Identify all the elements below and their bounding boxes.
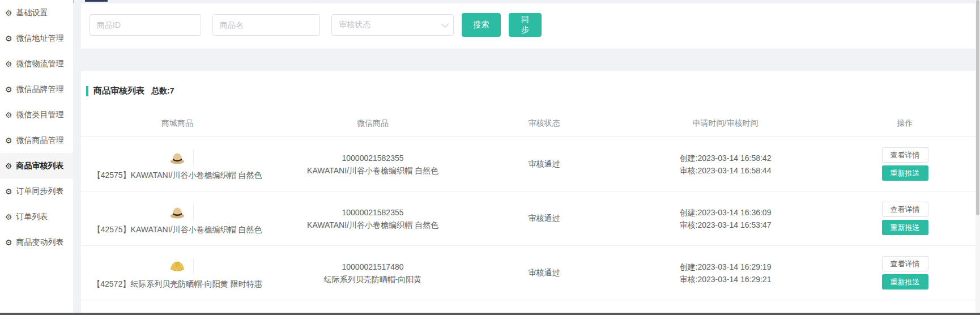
beige-hat-icon xyxy=(168,150,186,165)
scrollbar-thumb[interactable] xyxy=(976,0,979,215)
col-header-actions: 操作 xyxy=(834,110,975,137)
sidebar-item-label: 微信类目管理 xyxy=(16,110,64,120)
sidebar-item[interactable]: ⚙微信品牌管理 xyxy=(0,76,73,102)
wechat-product-name: 纭际系列贝壳防晒帽-向阳黄 xyxy=(324,273,422,286)
repush-button[interactable]: 重新推送 xyxy=(882,165,928,181)
sidebar-item[interactable]: ⚙商品审核列表 xyxy=(0,153,73,178)
table-row: 【42572】纭际系列贝壳防晒帽-向阳黄 限时特惠 10000021517480… xyxy=(81,246,975,300)
view-detail-button[interactable]: 查看详情 xyxy=(882,202,928,217)
mall-product-name: 【42575】KAWATANI/川谷小卷檐编织帽 自然色 xyxy=(93,225,262,235)
screen-bottom-edge xyxy=(0,313,980,315)
panel-title: 商品审核列表 总数:7 xyxy=(86,86,174,96)
audit-status-value: 审核通过 xyxy=(529,268,560,278)
sidebar-item[interactable]: ⚙微信商品管理 xyxy=(0,127,73,153)
audit-status-value: 审核通过 xyxy=(529,214,560,224)
sidebar-item-label: 基础设置 xyxy=(16,8,48,18)
audit-status-value: 审核通过 xyxy=(529,159,560,169)
created-time: 创建:2023-03-14 16:58:42 xyxy=(680,152,772,164)
gear-icon: ⚙ xyxy=(5,35,12,42)
wechat-product-name: KAWATANI/川谷小卷檐编织帽 自然色 xyxy=(307,164,438,177)
gear-icon: ⚙ xyxy=(5,60,12,68)
table-row: 【42575】KAWATANI/川谷小卷檐编织帽 自然色 10000021582… xyxy=(81,137,975,191)
sidebar-item[interactable]: ⚙基础设置 xyxy=(0,0,73,25)
sidebar-item-label: 订单同步列表 xyxy=(16,186,64,197)
gear-icon: ⚙ xyxy=(5,86,12,93)
sidebar-item-label: 微信地址管理 xyxy=(16,33,64,44)
gear-icon: ⚙ xyxy=(5,239,12,246)
sidebar-item-label: 订单列表 xyxy=(16,212,48,222)
gear-icon: ⚙ xyxy=(5,111,12,119)
product-name-input[interactable] xyxy=(212,14,320,36)
vertical-scrollbar[interactable] xyxy=(975,0,980,315)
created-time: 创建:2023-03-14 16:36:09 xyxy=(680,206,772,219)
product-image xyxy=(168,148,186,167)
table-row: 【42575】KAWATANI/川谷小卷檐编织帽 自然色 10000021582… xyxy=(81,191,975,246)
col-header-wechat-product: 微信商品 xyxy=(274,110,472,137)
sidebar-item[interactable]: ⚙微信类目管理 xyxy=(0,102,73,127)
repush-button[interactable]: 重新推送 xyxy=(882,274,928,290)
sidebar-item[interactable]: ⚙微信物流管理 xyxy=(0,51,73,76)
product-image xyxy=(168,257,186,276)
gear-icon: ⚙ xyxy=(5,188,12,195)
view-detail-button[interactable]: 查看详情 xyxy=(882,256,928,271)
sidebar-item-label: 微信商品管理 xyxy=(16,135,64,146)
sync-button[interactable]: 同步 xyxy=(509,13,542,37)
table-header: 商城商品 微信商品 审核状态 申请时间/审核时间 操作 xyxy=(81,110,975,137)
mall-product-name: 【42572】纭际系列贝壳防晒帽-向阳黄 限时特惠 xyxy=(92,279,262,290)
gear-icon: ⚙ xyxy=(5,162,12,170)
product-id-input[interactable] xyxy=(90,14,201,36)
title-accent-bar xyxy=(86,86,88,96)
sidebar: ⚙基础设置⚙微信地址管理⚙微信物流管理⚙微信品牌管理⚙微信类目管理⚙微信商品管理… xyxy=(0,0,74,315)
audited-time: 审核:2023-03-14 16:58:44 xyxy=(680,164,772,177)
yellow-hat-icon xyxy=(168,258,186,274)
col-header-audit-status: 审核状态 xyxy=(472,110,616,137)
sidebar-item[interactable]: ⚙订单列表 xyxy=(0,204,73,229)
sidebar-item-label: 商品变动列表 xyxy=(16,237,64,248)
sidebar-item[interactable]: ⚙订单同步列表 xyxy=(0,178,73,204)
time-block: 创建:2023-03-14 16:58:42 审核:2023-03-14 16:… xyxy=(680,152,772,177)
audited-time: 审核:2023-03-14 16:53:47 xyxy=(680,219,772,231)
time-block: 创建:2023-03-14 16:36:09 审核:2023-03-14 16:… xyxy=(680,206,772,231)
audit-status-select[interactable]: 审核状态 xyxy=(331,14,454,36)
image-divider xyxy=(193,258,194,275)
wechat-product-id: 10000021517480 xyxy=(342,261,403,273)
image-divider xyxy=(193,203,194,220)
app-screen: ⚙基础设置⚙微信地址管理⚙微信物流管理⚙微信品牌管理⚙微信类目管理⚙微信商品管理… xyxy=(0,0,980,315)
gear-icon: ⚙ xyxy=(5,9,12,17)
audit-status-placeholder: 审核状态 xyxy=(339,20,370,30)
audit-list-panel: 商品审核列表 总数:7 商城商品 微信商品 审核状态 申请时间/审核时间 操作 xyxy=(81,71,975,315)
sidebar-item-label: 微信品牌管理 xyxy=(16,84,64,95)
wechat-product-name: KAWATANI/川谷小卷檐编织帽 自然色 xyxy=(307,219,438,231)
beige-hat-icon xyxy=(168,204,186,219)
wechat-product-id: 10000021582355 xyxy=(342,206,403,219)
sidebar-item-label: 微信物流管理 xyxy=(16,59,64,69)
gear-icon: ⚙ xyxy=(5,213,12,221)
time-block: 创建:2023-03-14 16:29:19 审核:2023-03-14 16:… xyxy=(680,261,772,286)
created-time: 创建:2023-03-14 16:29:19 xyxy=(680,261,772,273)
total-count: 总数:7 xyxy=(151,86,174,96)
table-body: 【42575】KAWATANI/川谷小卷檐编织帽 自然色 10000021582… xyxy=(81,137,975,300)
sidebar-item[interactable]: ⚙微信地址管理 xyxy=(0,25,73,51)
search-button[interactable]: 搜索 xyxy=(462,13,501,37)
repush-button[interactable]: 重新推送 xyxy=(882,220,928,235)
audited-time: 审核:2023-03-14 16:29:21 xyxy=(680,273,772,286)
chevron-down-icon xyxy=(441,20,449,28)
search-panel: 审核状态 搜索 同步 xyxy=(81,3,975,49)
sidebar-item-label: 商品审核列表 xyxy=(16,161,64,171)
page-title: 商品审核列表 xyxy=(93,86,144,96)
image-divider xyxy=(193,149,194,166)
col-header-mall-product: 商城商品 xyxy=(81,110,274,137)
mall-product-name: 【42575】KAWATANI/川谷小卷檐编织帽 自然色 xyxy=(93,171,262,181)
col-header-apply-audit-time: 申请时间/审核时间 xyxy=(616,110,834,137)
sidebar-item[interactable]: ⚙商品变动列表 xyxy=(0,229,73,255)
gear-icon: ⚙ xyxy=(5,137,12,144)
product-image xyxy=(168,202,186,222)
wechat-product-id: 10000021582355 xyxy=(342,152,403,164)
view-detail-button[interactable]: 查看详情 xyxy=(882,147,928,163)
